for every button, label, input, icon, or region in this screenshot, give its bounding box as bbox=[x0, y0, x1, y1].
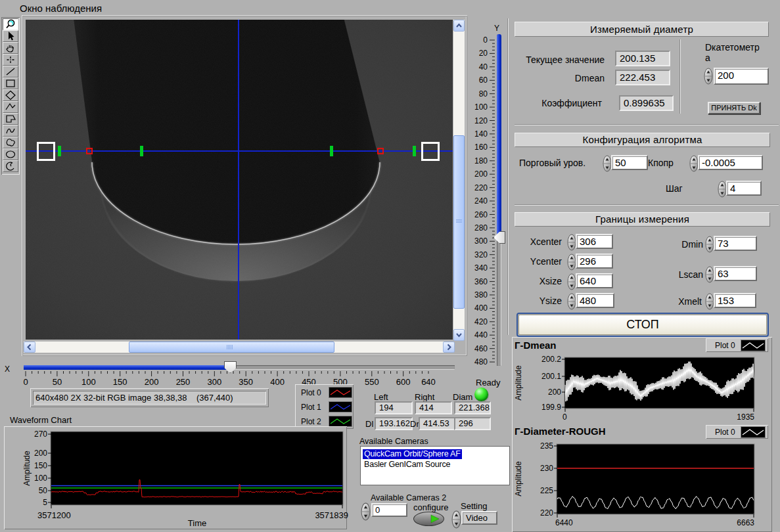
svg-text:150: 150 bbox=[34, 461, 47, 470]
svg-text:60: 60 bbox=[479, 76, 488, 85]
svg-text:200: 200 bbox=[34, 449, 47, 458]
svg-text:200: 200 bbox=[548, 388, 561, 397]
svg-text:200: 200 bbox=[145, 377, 159, 387]
svg-text:Amplitude: Amplitude bbox=[22, 451, 32, 486]
svg-text:460: 460 bbox=[474, 344, 488, 353]
svg-text:Y: Y bbox=[494, 24, 499, 33]
svg-text:300: 300 bbox=[207, 377, 221, 387]
svg-text:640: 640 bbox=[421, 377, 436, 387]
svg-text:3571839: 3571839 bbox=[315, 510, 348, 520]
svg-text:0: 0 bbox=[562, 412, 567, 422]
svg-text:220: 220 bbox=[474, 183, 488, 192]
svg-text:100: 100 bbox=[34, 474, 47, 483]
svg-text:120: 120 bbox=[474, 116, 488, 125]
svg-text:1935: 1935 bbox=[737, 412, 754, 422]
svg-text:420: 420 bbox=[474, 317, 488, 326]
svg-text:380: 380 bbox=[474, 290, 488, 299]
svg-text:280: 280 bbox=[474, 223, 488, 233]
svg-text:200: 200 bbox=[474, 169, 488, 179]
svg-text:50: 50 bbox=[39, 486, 48, 495]
svg-text:Amplitude: Amplitude bbox=[514, 461, 523, 497]
svg-text:400: 400 bbox=[474, 303, 488, 313]
svg-text:270: 270 bbox=[34, 430, 47, 439]
svg-text:Time: Time bbox=[188, 518, 206, 528]
svg-text:0: 0 bbox=[483, 35, 488, 45]
svg-text:225: 225 bbox=[540, 486, 553, 495]
svg-text:20: 20 bbox=[479, 49, 488, 58]
svg-text:3571200: 3571200 bbox=[37, 510, 71, 520]
svg-text:440: 440 bbox=[474, 330, 488, 340]
svg-text:50: 50 bbox=[53, 377, 62, 387]
svg-text:400: 400 bbox=[270, 377, 285, 387]
svg-text:220: 220 bbox=[540, 508, 553, 518]
svg-text:140: 140 bbox=[474, 129, 488, 139]
svg-text:600: 600 bbox=[396, 377, 411, 387]
svg-text:40: 40 bbox=[479, 62, 488, 72]
svg-text:80: 80 bbox=[479, 89, 488, 99]
svg-text:300: 300 bbox=[474, 236, 488, 246]
svg-text:160: 160 bbox=[474, 143, 488, 152]
svg-text:200.1: 200.1 bbox=[541, 372, 561, 381]
svg-text:250: 250 bbox=[176, 377, 191, 387]
svg-text:360: 360 bbox=[474, 277, 488, 286]
svg-text:320: 320 bbox=[474, 250, 488, 259]
svg-text:230: 230 bbox=[540, 464, 553, 473]
svg-text:340: 340 bbox=[474, 263, 488, 273]
svg-text:5: 5 bbox=[43, 498, 47, 507]
svg-text:350: 350 bbox=[239, 377, 253, 387]
svg-text:240: 240 bbox=[474, 196, 488, 206]
svg-text:199.9: 199.9 bbox=[541, 403, 561, 412]
svg-text:6663: 6663 bbox=[737, 518, 754, 527]
svg-text:Amplitude: Amplitude bbox=[514, 365, 523, 401]
svg-text:0: 0 bbox=[23, 377, 28, 387]
svg-text:550: 550 bbox=[365, 377, 379, 387]
svg-text:100: 100 bbox=[81, 377, 96, 387]
svg-text:480: 480 bbox=[474, 357, 488, 366]
svg-text:150: 150 bbox=[113, 377, 127, 387]
svg-text:260: 260 bbox=[474, 210, 488, 219]
svg-text:235: 235 bbox=[540, 441, 553, 451]
svg-text:180: 180 bbox=[474, 156, 488, 166]
svg-text:200.2: 200.2 bbox=[541, 355, 561, 364]
svg-text:100: 100 bbox=[474, 102, 488, 112]
svg-text:6440: 6440 bbox=[555, 518, 573, 527]
